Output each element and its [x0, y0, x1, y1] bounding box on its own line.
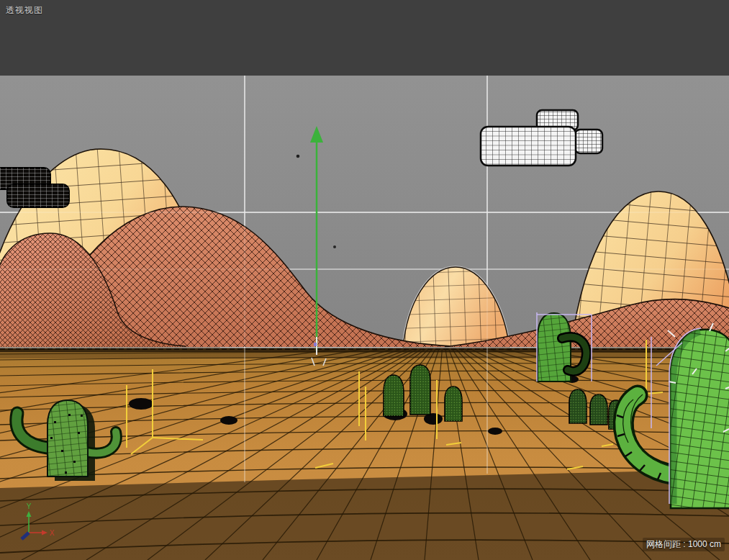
viewport-title: 透视视图: [6, 4, 43, 17]
viewport-background-band: [0, 0, 729, 76]
3d-scene-canvas[interactable]: Y X: [0, 0, 729, 560]
axis-x-label: X: [50, 529, 55, 537]
perspective-viewport[interactable]: Y X 透视视图 网格间距 : 1000 cm: [0, 0, 729, 560]
grid-spacing-label: 网格间距 : 1000 cm: [643, 538, 725, 551]
axis-y-label: Y: [27, 502, 32, 510]
